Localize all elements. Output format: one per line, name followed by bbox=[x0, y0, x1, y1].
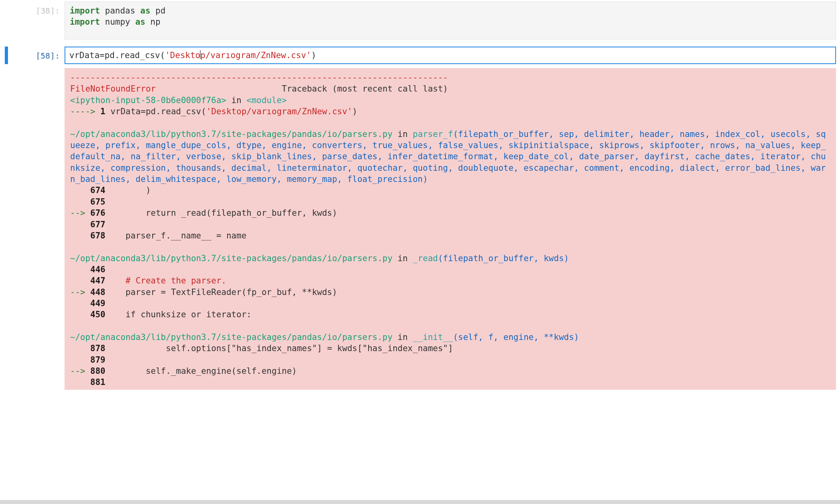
frame-code: vrData=pd.read_csv( bbox=[106, 107, 206, 116]
line-number: 1 bbox=[100, 107, 106, 116]
alias-name: pd bbox=[155, 6, 165, 16]
arrow-icon: --> bbox=[70, 287, 90, 297]
code: ) bbox=[106, 186, 151, 195]
line-number: 678 bbox=[90, 231, 106, 240]
code-line: --> 448 parser = TextFileReader(fp_or_bu… bbox=[70, 287, 337, 297]
code: parser = TextFileReader(fp_or_buf, **kwd… bbox=[106, 287, 338, 297]
code-line: 449 bbox=[70, 299, 106, 308]
code: parser_f.__name__ = name bbox=[106, 231, 247, 240]
string-literal: 'Desktop/varıogram/ZnNew.csv' bbox=[206, 107, 352, 116]
code-line: 878 self.options["has_index_names"] = kw… bbox=[70, 344, 453, 353]
line-number: 450 bbox=[90, 310, 106, 319]
alias-name: np bbox=[150, 17, 160, 27]
frame-path: ~/opt/anaconda3/lib/python3.7/site-packa… bbox=[70, 332, 393, 342]
exception-name: FileNotFoundError bbox=[70, 84, 156, 94]
code-line: 446 bbox=[70, 265, 106, 274]
frame-fn: _read bbox=[413, 254, 438, 263]
text-in: in bbox=[393, 332, 413, 342]
code: if chunksize or iterator: bbox=[106, 310, 252, 319]
line-number: 675 bbox=[90, 197, 106, 207]
frame-code: ) bbox=[352, 107, 357, 116]
arrow-icon: --> bbox=[70, 366, 90, 376]
code bbox=[106, 276, 126, 285]
line-number: 676 bbox=[90, 208, 106, 218]
keyword-import: import bbox=[70, 6, 100, 16]
module-name: pandas bbox=[105, 6, 135, 16]
line-number: 878 bbox=[90, 344, 106, 353]
cell-prompt: [58]: bbox=[4, 47, 65, 64]
code-line: 881 bbox=[70, 377, 106, 387]
frame-signature: (filepath_or_buffer, kwds) bbox=[438, 254, 569, 263]
code: return _read(filepath_or_buffer, kwds) bbox=[106, 208, 338, 218]
arrow-icon: ----> bbox=[70, 107, 100, 116]
code-line: 450 if chunksize or iterator: bbox=[70, 310, 251, 319]
code-line: --> 676 return _read(filepath_or_buffer,… bbox=[70, 208, 337, 218]
line-number: 674 bbox=[90, 186, 106, 195]
traceback-header-tail: Traceback (most recent call last) bbox=[282, 84, 448, 94]
code-line: 447 # Create the parser. bbox=[70, 276, 226, 285]
frame-signature: (self, f, engine, **kwds) bbox=[453, 332, 579, 342]
string-literal: 'Deskto bbox=[165, 51, 200, 60]
frame-location: <ipython-input-58-0b6e0000f76a> bbox=[70, 96, 226, 105]
traceback-separator: ----------------------------------------… bbox=[70, 73, 448, 82]
output-gutter bbox=[4, 68, 65, 390]
comment: # Create the parser. bbox=[126, 276, 226, 285]
code-editor[interactable]: vrData=pd.read_csv('Desktop/varıogram/Zn… bbox=[65, 47, 836, 64]
line-number: 447 bbox=[90, 276, 106, 285]
traceback-header bbox=[156, 84, 282, 94]
code: self._make_engine(self.engine) bbox=[106, 366, 297, 376]
code-text: vrData=pd.read_csv( bbox=[69, 51, 165, 60]
line-number: 677 bbox=[90, 220, 106, 229]
code-line: 675 bbox=[70, 197, 106, 207]
frame-fn: __init__ bbox=[413, 332, 453, 342]
keyword-as: as bbox=[135, 17, 145, 27]
code-line: 678 parser_f.__name__ = name bbox=[70, 231, 247, 240]
code-cell-58[interactable]: [58]: vrData=pd.read_csv('Desktop/varıog… bbox=[4, 47, 836, 64]
line-number: 448 bbox=[90, 287, 106, 297]
module-name: numpy bbox=[105, 17, 130, 27]
frame-path: ~/opt/anaconda3/lib/python3.7/site-packa… bbox=[70, 129, 393, 139]
code-line: --> 880 self._make_engine(self.engine) bbox=[70, 366, 297, 376]
cell-output: ----------------------------------------… bbox=[4, 68, 836, 390]
string-literal: p/varıogram/ZnNew.csv' bbox=[200, 51, 311, 60]
code-text: ) bbox=[311, 51, 316, 60]
code-line: 879 bbox=[70, 355, 106, 365]
text-in: in bbox=[226, 96, 247, 105]
keyword-as: as bbox=[140, 6, 150, 16]
arrow-icon: --> bbox=[70, 208, 90, 218]
code-line: 677 bbox=[70, 220, 106, 229]
line-number: 449 bbox=[90, 299, 106, 308]
code-cell-38[interactable]: [38]: import pandas as pd import numpy a… bbox=[4, 2, 836, 39]
code-editor[interactable]: import pandas as pd import numpy as np bbox=[65, 2, 836, 39]
error-traceback[interactable]: ----------------------------------------… bbox=[65, 68, 836, 390]
code: self.options["has_index_names"] = kwds["… bbox=[106, 344, 453, 353]
text-in: in bbox=[393, 254, 413, 263]
line-number: 446 bbox=[90, 265, 106, 274]
cell-prompt: [38]: bbox=[4, 2, 65, 39]
line-number: 880 bbox=[90, 366, 106, 376]
code-line: 674 ) bbox=[70, 186, 151, 195]
frame-module: <module> bbox=[247, 96, 287, 105]
frame-fn: parser_f bbox=[413, 129, 453, 139]
frame-path: ~/opt/anaconda3/lib/python3.7/site-packa… bbox=[70, 254, 393, 263]
notebook: [38]: import pandas as pd import numpy a… bbox=[0, 0, 840, 390]
line-number: 879 bbox=[90, 355, 106, 365]
keyword-import: import bbox=[70, 17, 100, 27]
line-number: 881 bbox=[90, 377, 106, 387]
text-in: in bbox=[393, 129, 413, 139]
